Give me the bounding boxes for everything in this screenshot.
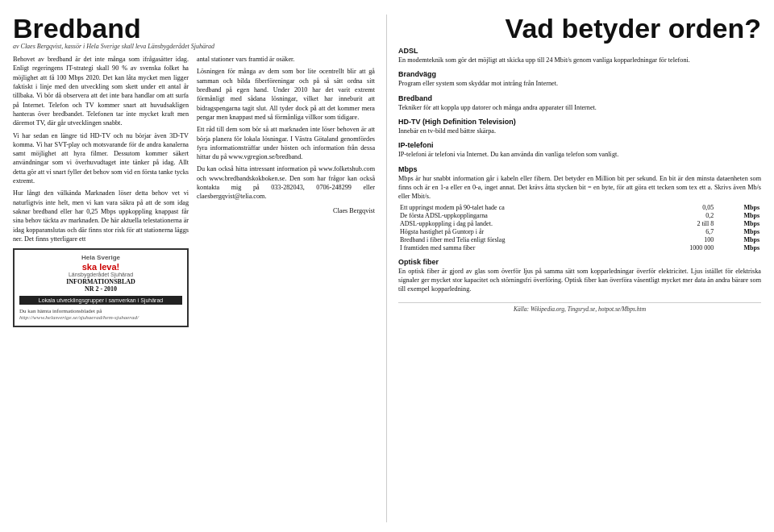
mbps-table-row: Bredband i fiber med Telia enligt försla… <box>398 236 761 244</box>
col-b-para-3: Du kan också hitta intressant informatio… <box>197 164 375 201</box>
col-b-para-0: antal stationer vars framtid är osäker. <box>197 55 375 64</box>
def-body-optisk: En optisk fiber är gjord av glas som öve… <box>398 267 761 294</box>
mbps-row-unit: Mbps <box>717 204 761 212</box>
mbps-table-row: Högsta hastighet på Guntorp i år6,7Mbps <box>398 228 761 236</box>
mbps-row-unit: Mbps <box>717 228 761 236</box>
def-optisk: Optisk fiber En optisk fiber är gjord av… <box>398 258 761 294</box>
para-2: Vi har sedan en längre tid HD-TV och nu … <box>13 131 189 186</box>
def-body-mbps: Mbps är hur snabbt information går i kab… <box>398 174 761 202</box>
left-col-a-text: Behovet av bredband är det inte många so… <box>13 55 189 243</box>
left-col-a: Behovet av bredband är det inte många so… <box>13 55 189 522</box>
left-subtitle: av Claes Bergqvist, kassör i Hela Sverig… <box>13 43 375 50</box>
mbps-row-unit: Mbps <box>717 212 761 220</box>
left-header: Bredband av Claes Bergqvist, kassör i He… <box>13 15 375 50</box>
footer: Källa: Wikipedia.org, Tingsryd.se, hotpo… <box>398 302 761 313</box>
def-term-mbps: Mbps <box>398 165 761 173</box>
def-body-hdtv: Innebär en tv-bild med bättre skärpa. <box>398 127 761 135</box>
left-body: Behovet av bredband är det inte många so… <box>13 55 375 522</box>
left-title: Bredband <box>13 15 375 42</box>
mbps-table: Ett uppringst modem på 90-talet hade ca0… <box>398 204 761 252</box>
mbps-table-row: De första ADSL-uppkopplingarna0,2Mbps <box>398 212 761 220</box>
mbps-row-value: 0,2 <box>650 212 718 220</box>
info-box-area: Hela Sverige ska leva! Länsbygderådet Sj… <box>13 248 189 327</box>
logo-sub: Länsbygderådet Sjuhärad <box>19 272 182 278</box>
mbps-table-row: I framtiden med samma fiber1000 000Mbps <box>398 244 761 252</box>
right-header: Vad betyder orden? <box>398 15 761 42</box>
left-col-b-text: antal stationer vars framtid är osäker. … <box>197 55 375 215</box>
mbps-row-label: Högsta hastighet på Guntorp i år <box>398 228 650 236</box>
mbps-row-value: 0,05 <box>650 204 718 212</box>
def-body-bredband: Tekniker för att koppla upp datorer och … <box>398 103 761 112</box>
info-box-nr: INFORMATIONSBLAD NR 2 - 2010 <box>19 278 182 293</box>
logo-line1: Hela Sverige <box>19 255 182 262</box>
def-hdtv: HD-TV (High Definition Television) Inneb… <box>398 118 761 135</box>
def-iptelefoni: IP-telefoni IP-telefoni är telefoni via … <box>398 141 761 159</box>
mbps-table-row: ADSL-uppkoppling i dag på landet.2 till … <box>398 220 761 228</box>
definitions-list: ADSL En modemteknik som gör det möjligt … <box>398 47 761 299</box>
def-brandvagg: Brandvägg Program eller system som skydd… <box>398 70 761 88</box>
def-mbps: Mbps Mbps är hur snabbt information går … <box>398 165 761 252</box>
mbps-row-label: Bredband i fiber med Telia enligt försla… <box>398 236 650 244</box>
def-term-optisk: Optisk fiber <box>398 258 761 266</box>
def-term-iptelefoni: IP-telefoni <box>398 141 761 149</box>
left-column: Bredband av Claes Bergqvist, kassör i He… <box>13 15 387 522</box>
def-term-brandvagg: Brandvägg <box>398 70 761 78</box>
mbps-row-label: I framtiden med samma fiber <box>398 244 650 252</box>
def-term-bredband: Bredband <box>398 94 761 102</box>
info-box-logo: Hela Sverige ska leva! Länsbygderådet Sj… <box>19 255 182 278</box>
info-box-tag: Lokala utvecklingsgrupper i samverkan i … <box>19 296 182 305</box>
mbps-row-unit: Mbps <box>717 236 761 244</box>
mbps-row-label: Ett uppringst modem på 90-talet hade ca <box>398 204 650 212</box>
def-bredband: Bredband Tekniker för att koppla upp dat… <box>398 94 761 112</box>
info-box-caption: Du kan hämta informationsbladet på http:… <box>19 308 182 321</box>
mbps-row-value: 2 till 8 <box>650 220 718 228</box>
col-b-para-4: Claes Bergqvist <box>197 206 375 215</box>
para-3: Hur långt den välkända Marknaden löser d… <box>13 189 189 243</box>
mbps-row-unit: Mbps <box>717 244 761 252</box>
def-body-adsl: En modemteknik som gör det möjligt att s… <box>398 56 761 64</box>
def-adsl: ADSL En modemteknik som gör det möjligt … <box>398 47 761 64</box>
mbps-row-value: 6,7 <box>650 228 718 236</box>
right-title: Vad betyder orden? <box>506 15 761 42</box>
mbps-row-value: 100 <box>650 236 718 244</box>
mbps-row-value: 1000 000 <box>650 244 718 252</box>
col-b-para-1: Lösningen för många av dem som bor lite … <box>197 67 375 122</box>
logo-line2: ska leva! <box>19 262 182 272</box>
col-b-para-2: Ett råd till dem som bör så att marknade… <box>197 125 375 161</box>
right-column: Vad betyder orden? ADSL En modemteknik s… <box>387 15 761 522</box>
mbps-row-label: ADSL-uppkoppling i dag på landet. <box>398 220 650 228</box>
def-term-hdtv: HD-TV (High Definition Television) <box>398 118 761 126</box>
def-body-iptelefoni: IP-telefoni är telefoni via Internet. Du… <box>398 150 761 159</box>
para-1: Behovet av bredband är det inte många so… <box>13 55 189 128</box>
def-body-brandvagg: Program eller system som skyddar mot int… <box>398 79 761 88</box>
mbps-table-row: Ett uppringst modem på 90-talet hade ca0… <box>398 204 761 212</box>
info-box-url: http://www.helasverige.se/sjuhaerad/hem-… <box>19 314 139 321</box>
page: Bredband av Claes Bergqvist, kassör i He… <box>0 0 774 532</box>
def-term-adsl: ADSL <box>398 47 761 55</box>
info-box: Hela Sverige ska leva! Länsbygderådet Sj… <box>13 248 189 327</box>
left-col-b: antal stationer vars framtid är osäker. … <box>197 55 375 522</box>
mbps-row-label: De första ADSL-uppkopplingarna <box>398 212 650 220</box>
mbps-row-unit: Mbps <box>717 220 761 228</box>
